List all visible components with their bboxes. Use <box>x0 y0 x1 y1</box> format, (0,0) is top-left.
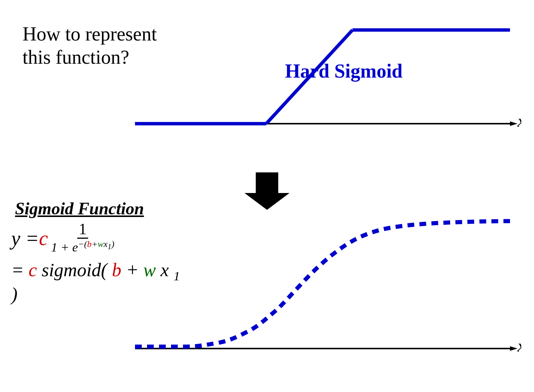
sigmoid-graph: x 1 <box>131 202 521 382</box>
formula-c: c <box>39 227 48 250</box>
b-var: b <box>112 259 121 280</box>
equals: = <box>11 259 28 280</box>
close-paren: ) <box>11 284 18 305</box>
numerator: 1 <box>77 221 88 239</box>
sigmoid-title: Sigmoid Function <box>15 199 144 218</box>
c-var: c <box>28 259 37 280</box>
top-section: How to represent this function? Hard Sig… <box>0 0 534 180</box>
svg-text:x: x <box>517 336 521 355</box>
bottom-section: Sigmoid Function y = c 1 1 + e−(b+wx1) =… <box>0 195 534 392</box>
denominator: 1 + e−(b+wx1) <box>50 239 116 255</box>
hard-sigmoid-graph: x 1 <box>131 7 521 172</box>
svg-line-5 <box>266 30 352 124</box>
fraction: 1 1 + e−(b+wx1) <box>50 221 116 255</box>
svg-text:x: x <box>517 111 521 130</box>
svg-marker-9 <box>510 346 518 351</box>
svg-marker-1 <box>510 121 518 126</box>
slide: How to represent this function? Hard Sig… <box>0 0 534 392</box>
formula-y: y = <box>11 227 39 250</box>
sigmoid-text: sigmoid( <box>42 259 107 280</box>
